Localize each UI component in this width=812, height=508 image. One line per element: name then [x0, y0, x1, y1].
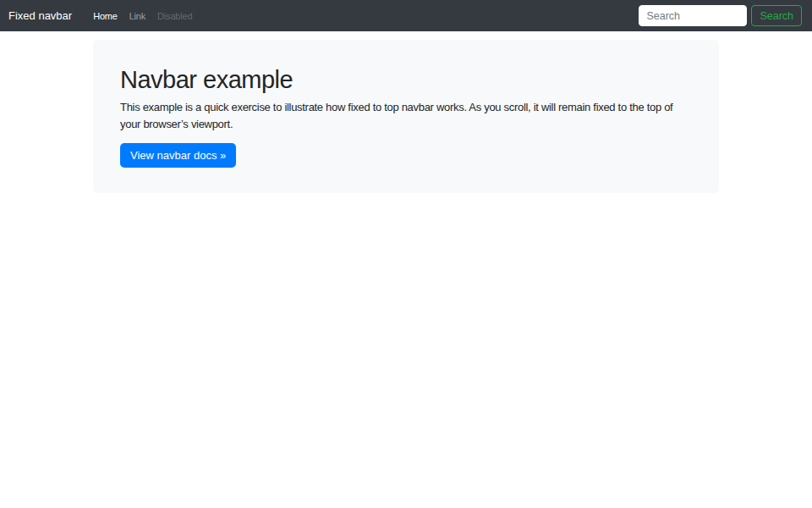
- navbar: Fixed navbar Home Link Disabled Search: [0, 0, 812, 31]
- nav-item-link[interactable]: Link: [123, 11, 151, 21]
- page-title: Navbar example: [120, 65, 692, 95]
- view-navbar-docs-button[interactable]: View navbar docs »: [120, 143, 236, 168]
- nav-item: Disabled: [151, 11, 198, 21]
- hero-panel: Navbar example This example is a quick e…: [93, 40, 719, 193]
- nav-item-home[interactable]: Home: [87, 11, 123, 21]
- page-description: This example is a quick exercise to illu…: [120, 99, 692, 133]
- nav-item: Home: [87, 11, 123, 21]
- navbar-brand[interactable]: Fixed navbar: [8, 9, 72, 22]
- search-input[interactable]: [639, 5, 747, 26]
- nav-item: Link: [123, 11, 151, 21]
- search-button[interactable]: Search: [751, 5, 802, 26]
- navbar-search-form: Search: [639, 5, 802, 26]
- nav-item-disabled[interactable]: Disabled: [151, 11, 198, 21]
- navbar-nav: Home Link Disabled: [87, 11, 198, 21]
